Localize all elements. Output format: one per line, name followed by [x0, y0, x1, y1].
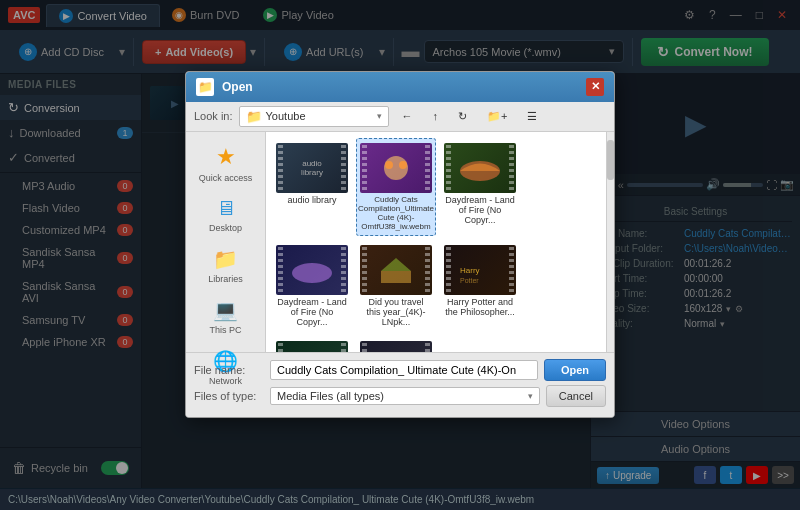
dialog-close-button[interactable]: ✕	[586, 78, 604, 96]
dialog-sidebar-thispc-label: This PC	[209, 325, 241, 335]
dialog-file-travel[interactable]: Did you travel this year_(4K)-LNpk...	[356, 240, 436, 332]
svg-text:Potter: Potter	[460, 277, 479, 284]
dialog-refresh-button[interactable]: ↻	[451, 107, 474, 126]
cuddly-label: Cuddly Cats Compilation_Ultimate Cute (4…	[358, 195, 434, 231]
dialog-sidebar: ★ Quick access 🖥 Desktop 📁 Libraries 💻 T…	[186, 132, 266, 352]
daydream2-thumbnail	[276, 245, 348, 295]
open-button[interactable]: Open	[544, 359, 606, 381]
dialog-file-oneway[interactable]: One Way to Instantly Improv...	[356, 336, 436, 352]
travel-label: Did you travel this year_(4K)-LNpk...	[361, 297, 431, 327]
desktop-icon: 🖥	[216, 197, 236, 220]
travel-thumbnail	[360, 245, 432, 295]
files-of-type-select[interactable]: Media Files (all types) ▾	[270, 387, 540, 405]
daydream1-label: Daydream - Land of Fire (No Copyr...	[445, 195, 515, 225]
dialog-file-audio[interactable]: audiolibrary audio library	[272, 138, 352, 236]
dialog-back-button[interactable]: ←	[395, 107, 420, 125]
dialog-new-folder-button[interactable]: 📁+	[480, 107, 514, 126]
libraries-icon: 📁	[213, 247, 238, 271]
harry-thumbnail: HarryPotter	[444, 245, 516, 295]
oneway-thumbnail	[360, 341, 432, 352]
svg-point-2	[399, 161, 407, 169]
dialog-up-button[interactable]: ↑	[426, 107, 446, 125]
look-in-arrow-icon: ▾	[377, 111, 382, 121]
file-name-input[interactable]	[270, 360, 538, 380]
dialog-file-harry[interactable]: HarryPotter Harry Potter and the Philoso…	[440, 240, 520, 332]
dialog-file-daydream2[interactable]: Daydream - Land of Fire (No Copyr...	[272, 240, 352, 332]
open-file-dialog: 📁 Open ✕ Look in: 📁 Youtube ▾ ← ↑ ↻ 📁+ ☰…	[185, 71, 615, 418]
dialog-sidebar-network-label: Network	[209, 376, 242, 386]
svg-rect-5	[381, 271, 411, 283]
dialog-sidebar-desktop[interactable]: 🖥 Desktop	[190, 191, 261, 239]
dialog-sidebar-libraries[interactable]: 📁 Libraries	[190, 241, 261, 290]
svg-text:Harry: Harry	[460, 266, 480, 275]
look-in-value: Youtube	[266, 110, 306, 122]
dialog-file-cuddly[interactable]: Cuddly Cats Compilation_Ultimate Cute (4…	[356, 138, 436, 236]
quick-access-icon: ★	[216, 144, 236, 170]
files-of-type-label: Files of type:	[194, 390, 264, 402]
daydream2-label: Daydream - Land of Fire (No Copyr...	[277, 297, 347, 327]
dialog-file-backup[interactable]: How to Back Up Android Phone...	[272, 336, 352, 352]
look-in-label: Look in:	[194, 110, 233, 122]
dialog-overlay: 📁 Open ✕ Look in: 📁 Youtube ▾ ← ↑ ↻ 📁+ ☰…	[0, 0, 800, 488]
this-pc-icon: 💻	[213, 298, 238, 322]
folder-icon: 📁	[246, 109, 262, 124]
cancel-button[interactable]: Cancel	[546, 385, 606, 407]
dialog-view-button[interactable]: ☰	[520, 107, 544, 126]
audio-label: audio library	[287, 195, 336, 205]
dialog-sidebar-quickaccess-label: Quick access	[199, 173, 253, 183]
cuddly-thumbnail	[360, 143, 432, 193]
harry-label: Harry Potter and the Philosopher...	[445, 297, 515, 317]
dialog-sidebar-quickaccess[interactable]: ★ Quick access	[190, 138, 261, 189]
svg-point-1	[385, 161, 393, 169]
svg-marker-6	[381, 258, 411, 271]
dialog-title-bar: 📁 Open ✕	[186, 72, 614, 102]
file-name-label: File name:	[194, 364, 264, 376]
status-bar: C:\Users\Noah\Videos\Any Video Converter…	[0, 488, 800, 510]
dialog-sidebar-desktop-label: Desktop	[209, 223, 242, 233]
svg-point-4	[292, 263, 332, 283]
scroll-thumb[interactable]	[607, 140, 614, 180]
file-scrollbar[interactable]	[606, 132, 614, 352]
files-type-arrow-icon: ▾	[528, 391, 533, 401]
status-path: C:\Users\Noah\Videos\Any Video Converter…	[8, 494, 534, 505]
dialog-sidebar-libraries-label: Libraries	[208, 274, 243, 284]
files-of-type-value: Media Files (all types)	[277, 390, 384, 402]
dialog-title-icon: 📁	[196, 78, 214, 96]
dialog-title-label: Open	[222, 80, 253, 94]
dialog-file-daydream1[interactable]: Daydream - Land of Fire (No Copyr...	[440, 138, 520, 236]
backup-thumbnail	[276, 341, 348, 352]
dialog-content: ★ Quick access 🖥 Desktop 📁 Libraries 💻 T…	[186, 132, 614, 352]
look-in-select[interactable]: 📁 Youtube ▾	[239, 106, 389, 127]
daydream1-thumbnail	[444, 143, 516, 193]
dialog-toolbar: Look in: 📁 Youtube ▾ ← ↑ ↻ 📁+ ☰	[186, 102, 614, 132]
dialog-file-area: audiolibrary audio library Cuddly Cats C…	[266, 132, 606, 352]
dialog-sidebar-thispc[interactable]: 💻 This PC	[190, 292, 261, 341]
audio-thumbnail: audiolibrary	[276, 143, 348, 193]
